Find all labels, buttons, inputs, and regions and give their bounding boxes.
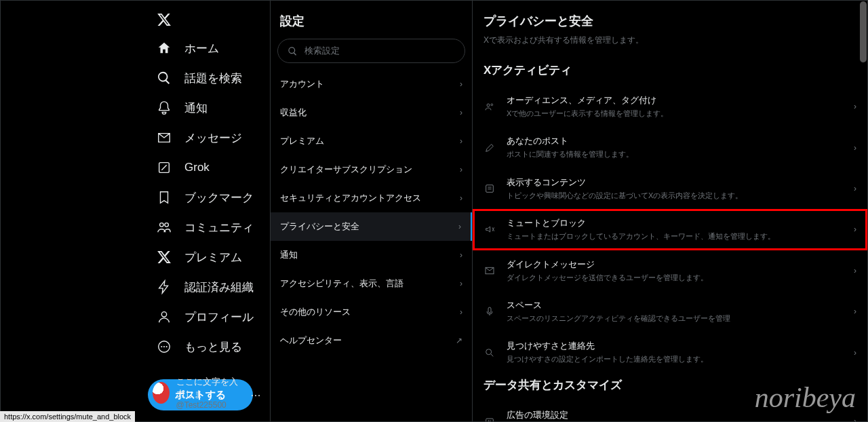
nav-inner: ホーム 話題を検索 通知 メッセージ Grok ブックマーク コミュニティ プレ… — [148, 6, 270, 410]
detail-content[interactable]: 表示するコンテンツトピックや興味関心などの設定に基づいてXの表示内容を決定します… — [473, 168, 867, 209]
svg-rect-12 — [488, 307, 491, 313]
nav-verified-orgs[interactable]: 認証済み組織 — [148, 272, 270, 302]
nav-label: 認証済み組織 — [184, 280, 254, 295]
svg-point-7 — [166, 346, 167, 347]
nav-label: ブックマーク — [184, 190, 254, 206]
settings-item-label: アクセシビリティ、表示、言語 — [280, 277, 403, 290]
left-nav: ホーム 話題を検索 通知 メッセージ Grok ブックマーク コミュニティ プレ… — [1, 1, 271, 421]
chevron-right-icon: › — [460, 165, 462, 174]
settings-resources[interactable]: その他のリソース› — [271, 298, 472, 326]
settings-privacy[interactable]: プライバシーと安全› — [271, 212, 472, 241]
chevron-right-icon: › — [460, 108, 462, 117]
envelope-icon — [156, 130, 172, 146]
nav-label: コミュニティ — [184, 220, 254, 235]
svg-point-2 — [165, 223, 169, 227]
item-desc: 見つけやすさの設定とインポートした連絡先を管理します。 — [507, 354, 843, 364]
detail-discoverability[interactable]: 見つけやすさと連絡先見つけやすさの設定とインポートした連絡先を管理します。› — [473, 332, 867, 372]
home-icon — [156, 40, 172, 56]
chevron-right-icon: › — [854, 417, 856, 421]
settings-security[interactable]: セキュリティとアカウントアクセス› — [271, 184, 472, 212]
settings-creator-subs[interactable]: クリエイターサブスクリプション› — [271, 155, 472, 184]
account-switcher[interactable]: ここに文字を入力しま @Test225500 … — [153, 376, 261, 410]
more-icon — [156, 339, 172, 355]
settings-search[interactable]: 検索設定 — [277, 39, 465, 63]
nav-communities[interactable]: コミュニティ — [148, 212, 270, 242]
settings-monetization[interactable]: 収益化› — [271, 98, 472, 127]
svg-point-1 — [160, 223, 164, 227]
nav-home[interactable]: ホーム — [148, 33, 270, 63]
detail-your-posts[interactable]: あなたのポストポストに関連する情報を管理します。› — [473, 127, 867, 168]
svg-point-3 — [161, 312, 166, 317]
detail-spaces[interactable]: スペーススペースのリスニングアクティビティを確認できるユーザーを管理› — [473, 291, 867, 332]
settings-premium[interactable]: プレミアム› — [271, 127, 472, 155]
svg-point-6 — [163, 346, 165, 347]
section-x-activity: Xアクティビティ — [473, 58, 867, 86]
nav-more[interactable]: もっと見る — [148, 332, 270, 362]
chevron-right-icon: › — [460, 79, 462, 89]
account-text: ここに文字を入力しま @Test225500 — [176, 376, 244, 410]
lightning-icon — [156, 279, 172, 295]
nav-label: 話題を検索 — [184, 71, 242, 86]
x-logo[interactable] — [148, 6, 270, 33]
nav-label: Grok — [184, 161, 210, 174]
settings-help[interactable]: ヘルプセンター↗ — [271, 326, 472, 355]
nav-messages[interactable]: メッセージ — [148, 123, 270, 153]
settings-item-label: プライバシーと安全 — [280, 220, 359, 233]
people-icon — [156, 219, 172, 235]
settings-item-label: 収益化 — [280, 107, 307, 119]
app-root: ホーム 話題を検索 通知 メッセージ Grok ブックマーク コミュニティ プレ… — [0, 0, 868, 422]
status-bar: https://x.com/settings/mute_and_block — [0, 411, 135, 422]
detail-ads[interactable]: 広告の環境設定Xでの広告の表示を管理します。› — [473, 401, 867, 421]
detail-audience[interactable]: オーディエンス、メディア、タグ付けXで他のユーザーに表示する情報を管理します。› — [473, 86, 867, 127]
settings-title: 設定 — [271, 9, 472, 39]
chevron-right-icon: › — [854, 143, 856, 153]
item-desc: ポストに関連する情報を管理します。 — [507, 149, 843, 159]
detail-subtitle: Xで表示および共有する情報を管理します。 — [473, 35, 867, 58]
settings-item-label: ヘルプセンター — [280, 334, 342, 347]
settings-item-label: アカウント — [280, 78, 324, 90]
settings-column: 設定 検索設定 アカウント› 収益化› プレミアム› クリエイターサブスクリプシ… — [271, 1, 473, 421]
detail-title: プライバシーと安全 — [473, 9, 867, 35]
scrollbar[interactable] — [860, 1, 867, 62]
x-icon — [156, 249, 172, 265]
settings-accessibility[interactable]: アクセシビリティ、表示、言語› — [271, 269, 472, 298]
chevron-right-icon: › — [854, 225, 856, 234]
settings-item-label: セキュリティとアカウントアクセス — [280, 192, 421, 204]
person-icon — [156, 309, 172, 325]
search-icon — [288, 46, 298, 56]
mute-icon — [484, 223, 496, 235]
nav-profile[interactable]: プロフィール — [148, 302, 270, 332]
item-label: オーディエンス、メディア、タグ付け — [507, 94, 843, 107]
svg-rect-14 — [486, 419, 494, 421]
chevron-right-icon: ↗ — [456, 336, 462, 345]
ad-icon — [484, 415, 496, 421]
detail-dm[interactable]: ダイレクトメッセージダイレクトメッセージを送信できるユーザーを管理します。› — [473, 250, 867, 291]
chevron-right-icon: › — [460, 307, 462, 317]
account-more-icon: … — [250, 387, 261, 399]
nav-explore[interactable]: 話題を検索 — [148, 63, 270, 93]
avatar — [153, 382, 170, 404]
account-handle: @Test225500 — [176, 400, 244, 410]
bell-icon — [156, 100, 172, 116]
nav-bookmarks[interactable]: ブックマーク — [148, 183, 270, 212]
chevron-right-icon: › — [854, 266, 856, 275]
people-icon — [484, 100, 496, 113]
grok-icon — [156, 159, 172, 176]
svg-point-5 — [161, 346, 162, 347]
chevron-right-icon: › — [854, 102, 856, 111]
content-icon — [484, 183, 496, 195]
nav-premium[interactable]: プレミアム — [148, 242, 270, 272]
nav-label: ホーム — [184, 41, 219, 56]
nav-notifications[interactable]: 通知 — [148, 93, 270, 123]
x-logo-icon — [156, 12, 172, 28]
detail-column: プライバシーと安全 Xで表示および共有する情報を管理します。 Xアクティビティ … — [473, 1, 867, 421]
search-placeholder: 検索設定 — [304, 45, 340, 57]
chevron-right-icon: › — [460, 279, 462, 288]
nav-grok[interactable]: Grok — [148, 153, 270, 183]
detail-mute-block[interactable]: ミュートとブロックミュートまたはブロックしているアカウント、キーワード、通知を管… — [473, 209, 867, 250]
bookmark-icon — [156, 189, 172, 206]
settings-account[interactable]: アカウント› — [271, 70, 472, 98]
chevron-right-icon: › — [854, 184, 856, 193]
nav-label: もっと見る — [184, 339, 242, 355]
settings-notifications[interactable]: 通知› — [271, 241, 472, 269]
